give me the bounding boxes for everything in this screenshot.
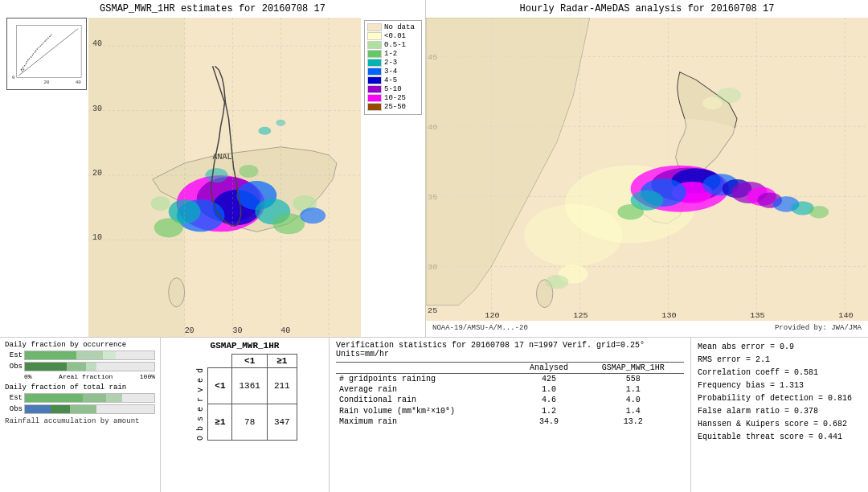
rain-obs-bar <box>24 404 155 414</box>
main-map-left-area: 40 30 20 10 20 30 40 <box>88 18 361 337</box>
verif-col-analysed-header: Analysed <box>516 363 582 374</box>
noaa-label: NOAA-19/AMSU-A/M...-20 <box>432 324 528 332</box>
stat-equitable-threat: Equitable threat score = 0.441 <box>698 431 862 444</box>
axis-100b-label: 100% <box>140 373 155 380</box>
svg-text:ANAL: ANAL <box>213 153 232 162</box>
svg-point-27 <box>28 59 29 60</box>
svg-point-19 <box>43 42 44 43</box>
verif-label-gridpoints: # gridpoints raining <box>336 374 516 385</box>
verif-analysed-volume: 1.2 <box>516 405 582 416</box>
ct-cell-ge1-ge1: 347 <box>267 404 297 441</box>
occurrence-est-fill3 <box>103 351 116 359</box>
ct-obs-label: O b s e r v e d <box>192 368 208 441</box>
ct-row-ge1-label: ≥1 <box>208 404 232 441</box>
svg-text:130: 130 <box>661 311 676 320</box>
svg-point-16 <box>38 47 39 48</box>
svg-point-54 <box>258 127 271 135</box>
svg-point-15 <box>36 48 38 50</box>
verif-row-volume: Rain volume (mm*km²×10⁶) 1.2 1.4 <box>336 405 684 416</box>
verif-title: Verification statistics for 20160708 17 … <box>336 341 684 359</box>
verif-gsmap-gridpoints: 558 <box>582 374 684 385</box>
chart-section-occurrence: Daily fraction by occurrence Est Obs <box>5 341 155 380</box>
legend-label-1-2: 1-2 <box>384 50 397 58</box>
legend-label-4-5: 4-5 <box>384 76 397 84</box>
svg-point-4 <box>22 71 23 72</box>
stat-hanssen-kuipers: Hanssen & Kuipers score = 0.682 <box>698 418 862 431</box>
ct-cell-lt1-lt1: 1361 <box>232 368 267 404</box>
occurrence-obs-fill3 <box>86 363 96 371</box>
legend-item-nodata: No data <box>367 23 419 31</box>
svg-point-14 <box>35 50 36 51</box>
svg-text:40: 40 <box>280 326 290 335</box>
legend-label-05-1: 0.5-1 <box>384 41 406 49</box>
legend-item-2-3: 2-3 <box>367 59 419 67</box>
svg-point-31 <box>46 40 47 41</box>
verif-row-avgrain: Average rain 1.0 1.1 <box>336 384 684 395</box>
ct-empty-cell2 <box>208 355 232 368</box>
occurrence-obs-label: Obs <box>5 363 23 371</box>
svg-point-13 <box>35 51 36 53</box>
svg-point-3 <box>24 65 26 67</box>
svg-point-56 <box>169 278 185 307</box>
legend-color-05-1 <box>367 41 382 49</box>
legend-item-4-5: 4-5 <box>367 76 419 84</box>
svg-text:125: 125 <box>573 311 588 320</box>
ct-cell-lt1-ge1: 211 <box>267 368 297 404</box>
svg-point-30 <box>41 45 42 46</box>
right-map-title: Hourly Radar-AMeDAS analysis for 2016070… <box>426 0 868 16</box>
right-map-area: 45 40 35 30 25 120 125 130 135 140 <box>426 18 868 321</box>
main-container: GSMAP_MWR_1HR estimates for 20160708 17 <box>0 0 868 492</box>
svg-text:25: 25 <box>428 307 437 316</box>
svg-point-18 <box>41 43 43 45</box>
legend-label-25-50: 25-50 <box>384 103 406 111</box>
verif-analysed-maxrain: 34.9 <box>516 416 582 427</box>
ct-row-ge1: ≥1 78 347 <box>192 404 297 441</box>
ct-obs-label-row: O b s e r v e d <1 1361 211 <box>192 368 297 404</box>
svg-point-12 <box>33 53 35 55</box>
svg-point-32 <box>50 35 51 36</box>
svg-text:30: 30 <box>92 105 102 113</box>
svg-text:10: 10 <box>92 233 102 242</box>
verif-label-avgrain: Average rain <box>336 384 516 395</box>
right-map-svg: 45 40 35 30 25 120 125 130 135 140 <box>426 18 868 321</box>
svg-text:40: 40 <box>92 39 102 48</box>
scatter-svg: 0 20 40 <box>7 18 86 89</box>
verif-label-condrain: Conditional rain <box>336 395 516 405</box>
provided-by-label: Provided by: JWA/JMA <box>775 324 862 332</box>
axis-0-label: 0% <box>24 373 32 380</box>
rain-obs-fill3 <box>70 405 96 413</box>
contingency-table: <1 ≥1 O b s e r v e d <1 1361 211 ≥1 78 … <box>192 354 297 441</box>
svg-text:40: 40 <box>76 80 82 85</box>
axis-100-label: Areal fraction <box>59 373 113 380</box>
maps-row: GSMAP_MWR_1HR estimates for 20160708 17 <box>0 0 868 338</box>
stat-freq-bias: Frequency bias = 1.313 <box>698 379 862 392</box>
legend-item-lt001: <0.01 <box>367 32 419 40</box>
verif-gsmap-condrain: 4.0 <box>582 395 684 405</box>
rain-est-row: Est <box>5 393 155 403</box>
svg-text:0: 0 <box>12 75 15 80</box>
svg-point-20 <box>44 41 46 43</box>
legend-item-25-50: 25-50 <box>367 103 419 111</box>
legend-label-3-4: 3-4 <box>384 68 397 76</box>
svg-point-115 <box>809 206 829 218</box>
svg-text:20: 20 <box>92 169 102 178</box>
verif-gsmap-maxrain: 13.2 <box>582 416 684 427</box>
svg-point-5 <box>23 69 25 71</box>
legend-color-nodata <box>367 23 382 31</box>
chart-section-rain: Daily fraction of total rain Est Obs <box>5 383 155 414</box>
left-map-panel: GSMAP_MWR_1HR estimates for 20160708 17 <box>0 0 426 337</box>
rain-est-fill3 <box>106 394 121 402</box>
legend-item-5-10: 5-10 <box>367 85 419 93</box>
stat-false-alarm-ratio: False alarm ratio = 0.378 <box>698 405 862 418</box>
svg-text:120: 120 <box>485 311 499 320</box>
svg-point-9 <box>29 58 31 59</box>
svg-point-2 <box>23 68 24 69</box>
verif-label-maxrain: Maximum rain <box>336 416 516 427</box>
rain-est-fill <box>25 394 83 402</box>
svg-point-48 <box>272 213 305 234</box>
svg-point-28 <box>31 56 32 57</box>
verif-gsmap-volume: 1.4 <box>582 405 684 416</box>
occurrence-axis: 0% Areal fraction 100% <box>5 373 155 380</box>
ct-title: GSMAP_MWR_1HR <box>164 341 326 351</box>
occurrence-obs-fill <box>25 363 67 371</box>
